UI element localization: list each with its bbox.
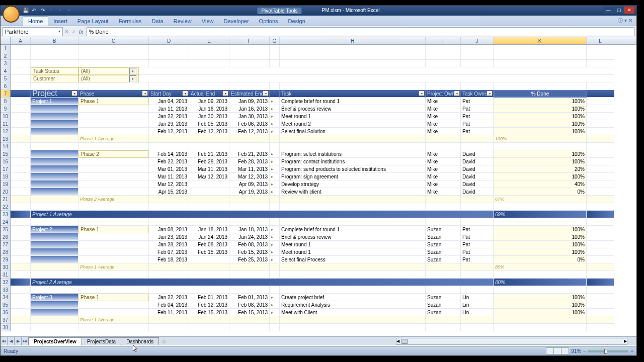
cell[interactable]: Pat	[461, 233, 494, 241]
cell[interactable]	[587, 324, 614, 331]
worksheet[interactable]: ABCDEFGHIJKL 1234Task Status(All)▾5Custo…	[1, 37, 636, 334]
col-header-I[interactable]: I	[426, 37, 461, 44]
ribbon-tab-developer[interactable]: Developer	[218, 17, 254, 26]
cell[interactable]: Develop strategy	[280, 180, 426, 188]
cell[interactable]: 100%	[494, 135, 587, 143]
row-header[interactable]: 20	[1, 188, 11, 196]
cell[interactable]: Feb 12, 2013	[189, 301, 229, 309]
header-dropdown-icon[interactable]: ▾	[182, 90, 188, 96]
cell[interactable]: Mike	[426, 188, 461, 196]
row-header[interactable]: 30	[1, 263, 11, 271]
cell[interactable]	[11, 67, 31, 75]
cell[interactable]	[31, 180, 78, 188]
col-header-E[interactable]: E	[189, 37, 229, 44]
cell[interactable]	[426, 324, 461, 331]
cell[interactable]	[11, 158, 31, 165]
cell[interactable]	[587, 165, 614, 173]
cell[interactable]: ▸	[270, 105, 280, 113]
cell[interactable]	[11, 75, 31, 82]
cell[interactable]	[139, 67, 614, 75]
cell[interactable]	[11, 294, 31, 301]
cell[interactable]	[189, 143, 229, 150]
cell[interactable]	[270, 52, 280, 60]
cell[interactable]	[11, 82, 31, 90]
cell[interactable]	[11, 279, 31, 286]
cell[interactable]: Mike	[426, 173, 461, 180]
cell[interactable]	[78, 248, 149, 256]
col-header-F[interactable]: F	[229, 37, 270, 44]
row-header[interactable]: 3	[1, 60, 11, 67]
header-dropdown-icon[interactable]: ▾	[454, 90, 460, 96]
cell[interactable]	[149, 135, 189, 143]
cell[interactable]: ▸	[270, 248, 280, 256]
cell[interactable]	[426, 82, 461, 90]
cell[interactable]: Complete brief for round 1	[280, 226, 426, 233]
cell[interactable]: 0%	[494, 188, 587, 196]
cell[interactable]	[31, 233, 78, 241]
row-header[interactable]: 21	[1, 196, 11, 203]
cell[interactable]: Feb 14, 2013	[149, 150, 189, 158]
cell[interactable]: Start Day▾	[149, 90, 189, 98]
cell[interactable]: Task▾	[280, 90, 426, 98]
col-header-C[interactable]: C	[78, 37, 149, 44]
cell[interactable]	[149, 324, 189, 331]
cell[interactable]: Mar 12, 2013	[229, 173, 270, 180]
cell[interactable]	[587, 82, 614, 90]
save-icon[interactable]: 💾	[23, 8, 29, 14]
cell[interactable]	[189, 82, 229, 90]
cell[interactable]: Feb 15, 2013	[189, 248, 229, 256]
cell[interactable]	[587, 256, 614, 263]
sheet-tab-projectsdata[interactable]: ProjectsData	[82, 337, 121, 345]
cell[interactable]	[149, 218, 189, 226]
cell[interactable]	[280, 263, 426, 271]
cell[interactable]	[11, 52, 31, 60]
cell[interactable]: Lin	[461, 294, 494, 301]
cell[interactable]	[587, 113, 614, 120]
cell[interactable]: ▸	[270, 241, 280, 248]
cell[interactable]: Project 3	[31, 294, 78, 301]
cell[interactable]	[149, 52, 189, 60]
header-dropdown-icon[interactable]: ▾	[222, 90, 228, 96]
cell[interactable]	[229, 52, 270, 60]
cell[interactable]	[494, 316, 587, 324]
cell[interactable]: Jan 23, 2013	[149, 233, 189, 241]
cell[interactable]	[11, 173, 31, 180]
cell[interactable]: Feb 15, 2013	[229, 248, 270, 256]
cell[interactable]	[78, 286, 149, 294]
cell[interactable]	[78, 218, 149, 226]
help-icon[interactable]: ⓘ ▾ ✕	[618, 17, 632, 24]
cell[interactable]	[270, 135, 280, 143]
cell[interactable]: 100%	[494, 241, 587, 248]
cell[interactable]	[189, 45, 229, 52]
row-header[interactable]: 17	[1, 165, 11, 173]
cell[interactable]	[229, 82, 270, 90]
cell[interactable]	[31, 165, 78, 173]
cell[interactable]	[587, 203, 614, 211]
cell[interactable]: Feb 22, 2013	[149, 158, 189, 165]
cell[interactable]	[78, 241, 149, 248]
row-header[interactable]: 4	[1, 67, 11, 75]
cell[interactable]: Feb 01, 2013	[229, 294, 270, 301]
row-header[interactable]: 27	[1, 241, 11, 248]
cell[interactable]	[494, 45, 587, 52]
cell[interactable]: Mar 12, 2013	[149, 180, 189, 188]
cell[interactable]	[461, 324, 494, 331]
cell[interactable]	[78, 128, 149, 135]
cell[interactable]	[426, 203, 461, 211]
cell[interactable]: Jan 28, 2013	[149, 241, 189, 248]
cell[interactable]: Jan 30, 2013	[229, 113, 270, 120]
cell[interactable]	[461, 60, 494, 67]
cell[interactable]	[270, 196, 280, 203]
row-header[interactable]: 10	[1, 113, 11, 120]
view-buttons[interactable]	[546, 347, 569, 355]
cell[interactable]	[31, 143, 78, 150]
cell[interactable]: David	[461, 158, 494, 165]
cell[interactable]	[78, 113, 149, 120]
cell[interactable]: Mar 01, 2013	[149, 165, 189, 173]
cell[interactable]	[280, 143, 426, 150]
cell[interactable]	[280, 196, 426, 203]
cell[interactable]	[11, 271, 31, 279]
cell[interactable]	[587, 226, 614, 233]
cell[interactable]	[11, 218, 31, 226]
cell[interactable]	[587, 309, 614, 316]
